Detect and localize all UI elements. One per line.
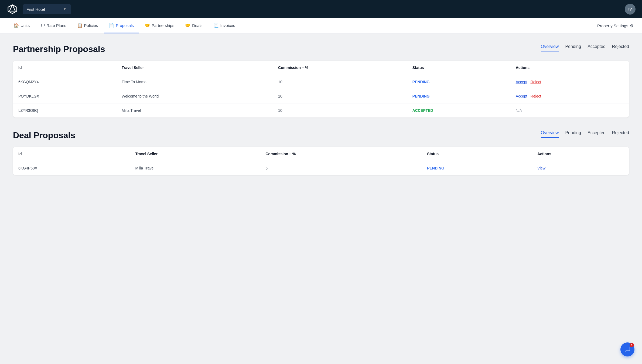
invoices-icon: 📃 <box>213 23 219 28</box>
col-travel-seller: Travel Seller <box>116 61 273 75</box>
partnership-proposals-header-row: Id Travel Seller Commission – % Status A… <box>13 61 629 75</box>
cell-actions: AcceptReject <box>510 75 629 89</box>
subnav-label-deals: Deals <box>192 23 202 28</box>
subnav-item-rate-plans[interactable]: 🏷 Rate Plans <box>36 18 71 33</box>
property-settings-button[interactable]: Property Settings ⚙ <box>597 23 633 28</box>
cell-id: LZYR3O8Q <box>13 103 116 118</box>
logo <box>6 3 18 15</box>
accept-button[interactable]: Accept <box>516 80 527 84</box>
cell-commission: 10 <box>273 89 407 103</box>
deal-proposals-section: Deal Proposals Overview Pending Accepted… <box>13 130 629 175</box>
proposals-icon: 📄 <box>109 23 114 28</box>
main-content: Partnership Proposals Overview Pending A… <box>0 33 642 199</box>
cell-id: 6KGQM2Y4 <box>13 75 116 89</box>
na-label: N/A <box>516 108 522 113</box>
units-icon: 🏠 <box>13 23 19 28</box>
partnership-tab-accepted[interactable]: Accepted <box>588 44 606 51</box>
gear-icon: ⚙ <box>630 23 633 28</box>
subnav-item-proposals[interactable]: 📄 Proposals <box>104 18 139 33</box>
deal-proposals-tbody: 6KG4P58X Milla Travel 6 PENDING View <box>13 161 629 175</box>
col-status: Status <box>407 61 510 75</box>
cell-commission: 6 <box>260 161 422 175</box>
deal-proposals-header-row: Id Travel Seller Commission – % Status A… <box>13 147 629 161</box>
reject-button[interactable]: Reject <box>531 94 541 98</box>
partnership-tab-rejected[interactable]: Rejected <box>612 44 629 51</box>
topbar-left: First Hotel ▼ <box>6 3 71 15</box>
hotel-selector[interactable]: First Hotel ▼ <box>23 4 71 14</box>
deal-tab-overview[interactable]: Overview <box>541 130 559 138</box>
table-row: POYDKLGX Welcome to the World 10 PENDING… <box>13 89 629 103</box>
chevron-down-icon: ▼ <box>63 7 66 11</box>
subnav-label-policies: Policies <box>84 23 98 28</box>
cell-travel-seller: Milla Travel <box>116 103 273 118</box>
col-actions: Actions <box>532 147 629 161</box>
deal-proposals-table: Id Travel Seller Commission – % Status A… <box>13 147 629 175</box>
partnership-proposals-title: Partnership Proposals <box>13 44 105 54</box>
col-commission: Commission – % <box>273 61 407 75</box>
deal-tab-pending[interactable]: Pending <box>565 130 581 138</box>
cell-status: PENDING <box>407 75 510 89</box>
reject-button[interactable]: Reject <box>531 80 541 84</box>
partnership-proposals-thead: Id Travel Seller Commission – % Status A… <box>13 61 629 75</box>
cell-actions: AcceptReject <box>510 89 629 103</box>
partnership-proposals-header: Partnership Proposals Overview Pending A… <box>13 44 629 54</box>
cell-commission: 10 <box>273 103 407 118</box>
cell-id: 6KG4P58X <box>13 161 130 175</box>
partnerships-icon: 🤝 <box>145 23 150 28</box>
cell-status: PENDING <box>422 161 532 175</box>
deal-proposals-tabs: Overview Pending Accepted Rejected <box>541 130 629 138</box>
subnav-label-proposals: Proposals <box>116 23 134 28</box>
deal-proposals-thead: Id Travel Seller Commission – % Status A… <box>13 147 629 161</box>
svg-marker-0 <box>8 5 17 13</box>
subnav-label-partnerships: Partnerships <box>152 23 174 28</box>
partnership-proposals-table: Id Travel Seller Commission – % Status A… <box>13 61 629 117</box>
table-row: 6KG4P58X Milla Travel 6 PENDING View <box>13 161 629 175</box>
view-button[interactable]: View <box>537 166 545 170</box>
cell-travel-seller: Milla Travel <box>130 161 260 175</box>
topbar: First Hotel ▼ IV <box>0 0 642 18</box>
policies-icon: 📋 <box>77 23 83 28</box>
deal-proposals-table-container: Id Travel Seller Commission – % Status A… <box>13 147 629 175</box>
col-status: Status <box>422 147 532 161</box>
subnav-item-policies[interactable]: 📋 Policies <box>72 18 103 33</box>
col-id: Id <box>13 147 130 161</box>
subnav-item-deals[interactable]: 🤝 Deals <box>180 18 207 33</box>
cell-status: ACCEPTED <box>407 103 510 118</box>
partnership-proposals-section: Partnership Proposals Overview Pending A… <box>13 44 629 117</box>
cell-id: POYDKLGX <box>13 89 116 103</box>
partnership-tab-overview[interactable]: Overview <box>541 44 559 51</box>
col-actions: Actions <box>510 61 629 75</box>
col-commission: Commission – % <box>260 147 422 161</box>
deal-proposals-header: Deal Proposals Overview Pending Accepted… <box>13 130 629 140</box>
deal-tab-accepted[interactable]: Accepted <box>588 130 606 138</box>
cell-actions: N/A <box>510 103 629 118</box>
subnav-label-units: Units <box>21 23 30 28</box>
subnav-label-rate-plans: Rate Plans <box>46 23 66 28</box>
subnav-item-partnerships[interactable]: 🤝 Partnerships <box>140 18 179 33</box>
hotel-name: First Hotel <box>26 7 45 12</box>
accept-button[interactable]: Accept <box>516 94 527 98</box>
cell-actions: View <box>532 161 629 175</box>
partnership-proposals-tabs: Overview Pending Accepted Rejected <box>541 44 629 51</box>
partnership-proposals-table-container: Id Travel Seller Commission – % Status A… <box>13 61 629 117</box>
subnav-label-invoices: Invoices <box>220 23 235 28</box>
deal-proposals-title: Deal Proposals <box>13 130 75 140</box>
cell-travel-seller: Welcome to the World <box>116 89 273 103</box>
partnership-proposals-tbody: 6KGQM2Y4 Time To Momo 10 PENDING AcceptR… <box>13 75 629 118</box>
partnership-tab-pending[interactable]: Pending <box>565 44 581 51</box>
subnav: 🏠 Units 🏷 Rate Plans 📋 Policies 📄 Propos… <box>0 18 642 33</box>
property-settings-label: Property Settings <box>597 23 628 28</box>
col-id: Id <box>13 61 116 75</box>
cell-status: PENDING <box>407 89 510 103</box>
col-travel-seller: Travel Seller <box>130 147 260 161</box>
table-row: 6KGQM2Y4 Time To Momo 10 PENDING AcceptR… <box>13 75 629 89</box>
table-row: LZYR3O8Q Milla Travel 10 ACCEPTED N/A <box>13 103 629 118</box>
cell-travel-seller: Time To Momo <box>116 75 273 89</box>
rate-plans-icon: 🏷 <box>40 23 45 28</box>
subnav-item-invoices[interactable]: 📃 Invoices <box>209 18 240 33</box>
deals-icon: 🤝 <box>185 23 190 28</box>
avatar[interactable]: IV <box>625 4 636 15</box>
deal-tab-rejected[interactable]: Rejected <box>612 130 629 138</box>
cell-commission: 10 <box>273 75 407 89</box>
subnav-item-units[interactable]: 🏠 Units <box>9 18 35 33</box>
